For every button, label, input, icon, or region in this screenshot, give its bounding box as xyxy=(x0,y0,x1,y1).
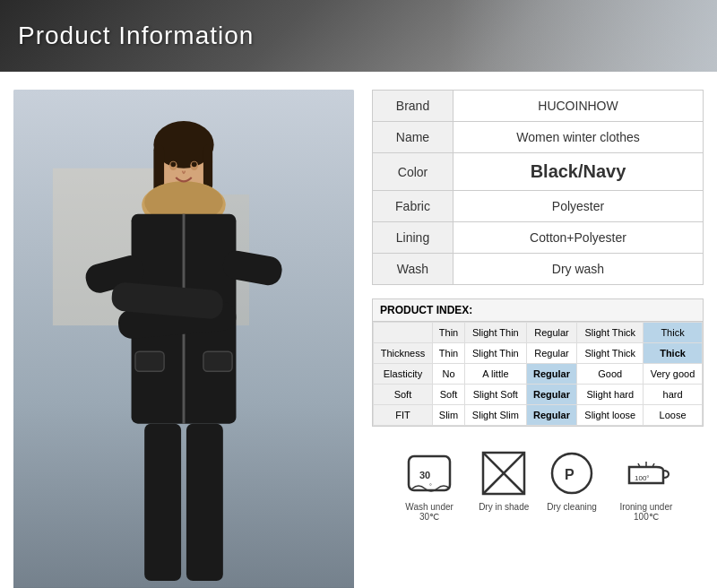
table-value: Dry wash xyxy=(454,254,704,285)
index-cell: Thin xyxy=(432,343,464,364)
svg-rect-19 xyxy=(186,424,223,581)
svg-text:°: ° xyxy=(429,483,432,489)
svg-text:30: 30 xyxy=(419,470,430,480)
svg-text:100°: 100° xyxy=(635,474,650,482)
index-title: PRODUCT INDEX: xyxy=(373,299,703,322)
svg-rect-20 xyxy=(135,351,164,371)
index-header: Slight Thick xyxy=(577,323,644,343)
table-label: Name xyxy=(373,122,454,153)
index-cell: A little xyxy=(465,364,526,385)
index-cell: Slight Slim xyxy=(465,405,526,426)
care-icon-item: 100° Ironing under 100℃ xyxy=(615,449,678,522)
svg-rect-21 xyxy=(203,351,232,371)
index-row-label: Elasticity xyxy=(374,364,433,385)
index-cell: Thick xyxy=(644,343,703,364)
page-header: Product Information xyxy=(0,0,717,72)
index-cell: Good xyxy=(577,364,644,385)
index-cell: Regular xyxy=(526,385,577,405)
table-value: HUCOINHOW xyxy=(454,91,704,122)
table-value: Black/Navy xyxy=(454,153,704,191)
index-cell: hard xyxy=(644,385,703,405)
index-cell: Regular xyxy=(526,343,577,364)
care-icon-label: Dry in shade xyxy=(479,502,529,512)
care-icon-label: Wash under 30℃ xyxy=(398,502,461,522)
index-header: Regular xyxy=(526,323,577,343)
table-value: Polyester xyxy=(454,191,704,222)
index-cell: Very good xyxy=(644,364,703,385)
index-header: Thin xyxy=(432,323,464,343)
care-icon-item: P Dry cleaning xyxy=(547,449,597,512)
care-icons-area: 30 ° Wash under 30℃ Dry in shade P Dry c… xyxy=(372,440,704,531)
table-label: Brand xyxy=(373,91,454,122)
page-title: Product Information xyxy=(18,22,254,50)
index-table: ThinSlight ThinRegularSlight ThickThick … xyxy=(373,322,703,426)
care-icon-label: Dry cleaning xyxy=(547,502,597,512)
care-icon-item: Dry in shade xyxy=(479,449,529,512)
index-cell: Slight hard xyxy=(577,385,644,405)
index-cell: No xyxy=(432,364,464,385)
index-header: Thick xyxy=(644,323,703,343)
index-cell: Soft xyxy=(432,385,464,405)
index-cell: Loose xyxy=(644,405,703,426)
svg-rect-9 xyxy=(203,144,212,190)
index-cell: Slim xyxy=(432,405,464,426)
index-row-label: Thickness xyxy=(374,343,433,364)
index-row-label: Soft xyxy=(374,385,433,405)
svg-point-25 xyxy=(192,161,197,167)
index-cell: Slight Thick xyxy=(577,343,644,364)
index-row-label: FIT xyxy=(374,405,433,426)
main-content: % coffee&b xyxy=(0,72,717,588)
table-label: Wash xyxy=(373,254,454,285)
index-header: Slight Thin xyxy=(465,323,526,343)
index-cell: Regular xyxy=(526,364,577,385)
index-cell: Slight Soft xyxy=(465,385,526,405)
svg-rect-18 xyxy=(144,424,181,581)
index-cell: Regular xyxy=(526,405,577,426)
svg-text:P: P xyxy=(565,467,574,482)
table-label: Lining xyxy=(373,222,454,254)
table-label: Fabric xyxy=(373,191,454,222)
table-label: Color xyxy=(373,153,454,191)
care-icon-item: 30 ° Wash under 30℃ xyxy=(398,449,461,522)
index-header xyxy=(374,323,433,343)
care-icon-label: Ironing under 100℃ xyxy=(615,502,678,522)
product-index: PRODUCT INDEX: ThinSlight ThinRegularSli… xyxy=(372,298,704,427)
index-cell: Slight loose xyxy=(577,405,644,426)
svg-point-24 xyxy=(170,161,176,167)
index-cell: Slight Thin xyxy=(465,343,526,364)
product-image: % coffee&b xyxy=(13,90,354,588)
table-value: Women winter clothes xyxy=(454,122,704,153)
info-area: BrandHUCOINHOWNameWomen winter clothesCo… xyxy=(372,90,704,588)
product-info-table: BrandHUCOINHOWNameWomen winter clothesCo… xyxy=(372,90,704,285)
table-value: Cotton+Polyester xyxy=(454,222,704,254)
